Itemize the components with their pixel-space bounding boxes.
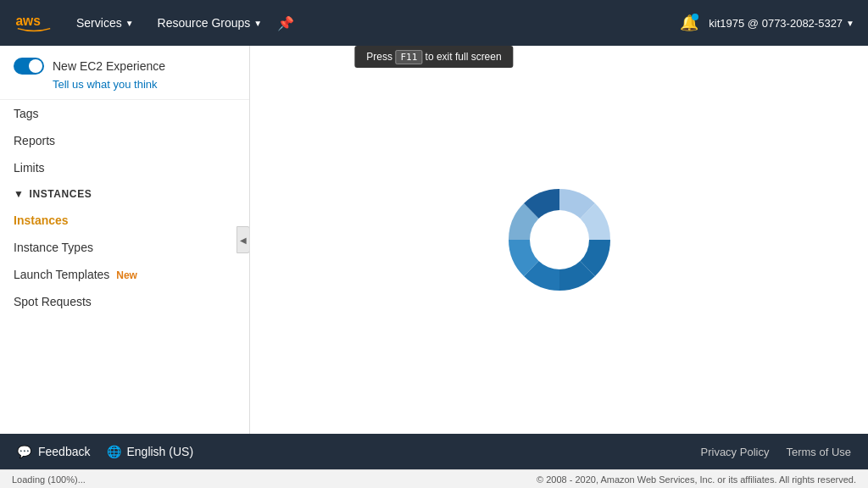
services-menu-button[interactable]: Services ▼ [68, 11, 142, 35]
feedback-label: Feedback [38, 445, 90, 458]
resource-groups-chevron-icon: ▼ [253, 19, 262, 28]
instances-section-label: INSTANCES [29, 188, 92, 200]
sidebar-item-spot-requests[interactable]: Spot Requests [0, 288, 249, 315]
launch-templates-label: Launch Templates [14, 268, 109, 281]
new-ec2-toggle[interactable] [14, 58, 44, 75]
instances-section-header[interactable]: ▼ INSTANCES [0, 181, 249, 207]
sidebar-item-reports[interactable]: Reports [0, 127, 249, 154]
copyright-text: © 2008 - 2020, Amazon Web Services, Inc.… [537, 474, 856, 485]
sidebar-collapse-button[interactable]: ◀ [236, 226, 250, 253]
services-chevron-icon: ▼ [125, 19, 134, 28]
main-content [250, 46, 868, 434]
user-chevron-icon: ▼ [846, 19, 854, 28]
feedback-button[interactable]: 💬 Feedback [17, 445, 90, 458]
tooltip-exit: to exit full screen [426, 51, 502, 63]
sidebar-item-instances[interactable]: Instances [0, 207, 249, 234]
sidebar-item-tags[interactable]: Tags [0, 100, 249, 127]
navbar: aws Services ▼ Resource Groups ▼ 📌 🔔 kit… [0, 0, 868, 46]
tooltip-key: F11 [395, 50, 422, 64]
aws-logo: aws [14, 10, 54, 36]
instances-section-arrow: ▼ [14, 188, 24, 200]
tell-us-link[interactable]: Tell us what you think [53, 78, 236, 91]
sidebar-scroll[interactable]: Tags Reports Limits ▼ INSTANCES Instance… [0, 100, 249, 434]
sidebar-top: New EC2 Experience Tell us what you thin… [0, 46, 249, 100]
language-selector[interactable]: 🌐 English (US) [107, 445, 193, 458]
notifications-button[interactable]: 🔔 [680, 14, 698, 32]
footer-links: Privacy Policy Terms of Use [701, 446, 852, 458]
footer-bar: 💬 Feedback 🌐 English (US) Privacy Policy… [0, 434, 868, 469]
tooltip-press: Press [366, 51, 392, 63]
svg-text:aws: aws [15, 14, 41, 28]
new-ec2-row: New EC2 Experience [14, 58, 236, 75]
user-label: kit1975 @ 0773-2082-5327 [709, 17, 843, 30]
sidebar-item-limits[interactable]: Limits [0, 154, 249, 181]
content-area: New EC2 Experience Tell us what you thin… [0, 46, 868, 434]
resource-groups-menu-button[interactable]: Resource Groups ▼ [149, 11, 271, 35]
feedback-icon: 💬 [17, 445, 31, 458]
copyright-bar: Loading (100%)... © 2008 - 2020, Amazon … [0, 469, 868, 488]
svg-point-1 [530, 210, 589, 269]
privacy-policy-link[interactable]: Privacy Policy [701, 446, 770, 458]
user-menu-button[interactable]: kit1975 @ 0773-2082-5327 ▼ [709, 17, 854, 30]
new-badge: New [116, 269, 137, 281]
services-label: Services [76, 16, 122, 30]
language-label: English (US) [126, 445, 193, 458]
globe-icon: 🌐 [107, 445, 121, 458]
fullscreen-tooltip: Press F11 to exit full screen [354, 46, 513, 68]
notification-dot [692, 14, 698, 20]
resource-groups-label: Resource Groups [158, 16, 251, 30]
sidebar-item-instance-types[interactable]: Instance Types [0, 234, 249, 261]
pin-icon[interactable]: 📌 [277, 15, 294, 31]
loading-spinner [504, 185, 615, 295]
loading-status: Loading (100%)... [12, 474, 86, 485]
sidebar: New EC2 Experience Tell us what you thin… [0, 46, 250, 434]
toggle-knob [29, 59, 42, 73]
terms-of-use-link[interactable]: Terms of Use [786, 446, 851, 458]
new-ec2-label: New EC2 Experience [53, 59, 165, 73]
aws-logo-container[interactable]: aws [14, 10, 54, 36]
navbar-right: 🔔 kit1975 @ 0773-2082-5327 ▼ [680, 14, 854, 32]
sidebar-item-launch-templates[interactable]: Launch Templates New [0, 261, 249, 288]
